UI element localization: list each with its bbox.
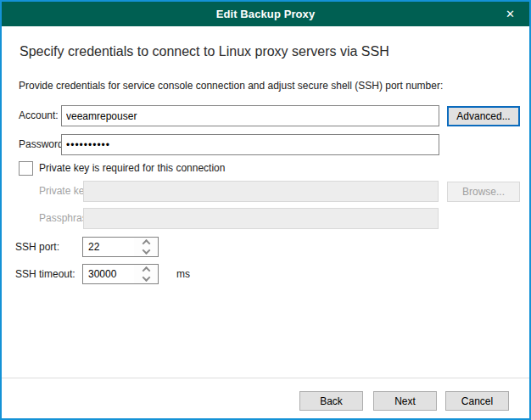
ssh-timeout-value[interactable]: 30000 bbox=[83, 265, 134, 283]
cancel-button[interactable]: Cancel bbox=[445, 391, 509, 411]
ssh-timeout-unit: ms bbox=[176, 264, 190, 284]
private-key-checkbox[interactable] bbox=[19, 161, 33, 176]
account-input[interactable] bbox=[61, 105, 439, 126]
ssh-timeout-spinner: 30000 bbox=[82, 264, 159, 284]
advanced-button[interactable]: Advanced... bbox=[447, 106, 520, 126]
chevron-down-icon bbox=[142, 273, 150, 282]
password-label: Password: bbox=[19, 134, 66, 155]
titlebar: Edit Backup Proxy bbox=[2, 2, 529, 26]
passphrase-input bbox=[83, 208, 439, 229]
back-button[interactable]: Back bbox=[299, 391, 363, 411]
ssh-port-spinner: 22 bbox=[82, 237, 159, 257]
browse-button: Browse... bbox=[447, 182, 520, 202]
page-title: Specify credentials to connect to Linux … bbox=[20, 44, 389, 59]
description-text: Provide credentials for service console … bbox=[19, 80, 443, 92]
account-label: Account: bbox=[19, 105, 59, 126]
password-input[interactable] bbox=[61, 134, 439, 155]
ssh-port-spin-down-button[interactable] bbox=[134, 247, 158, 256]
ssh-port-value[interactable]: 22 bbox=[83, 238, 134, 256]
ssh-timeout-spin-down-button[interactable] bbox=[134, 274, 158, 283]
private-key-checkbox-label: Private key is required for this connect… bbox=[39, 161, 225, 176]
close-icon[interactable]: ✕ bbox=[491, 2, 529, 26]
next-button[interactable]: Next bbox=[373, 391, 437, 411]
window-title: Edit Backup Proxy bbox=[216, 8, 316, 20]
ssh-port-label: SSH port: bbox=[15, 237, 59, 257]
edit-backup-proxy-dialog: Edit Backup Proxy ✕ Specify credentials … bbox=[0, 0, 531, 420]
footer-divider bbox=[2, 378, 529, 378]
ssh-timeout-label: SSH timeout: bbox=[15, 264, 75, 284]
chevron-down-icon bbox=[142, 246, 150, 255]
private-key-input bbox=[83, 181, 439, 202]
